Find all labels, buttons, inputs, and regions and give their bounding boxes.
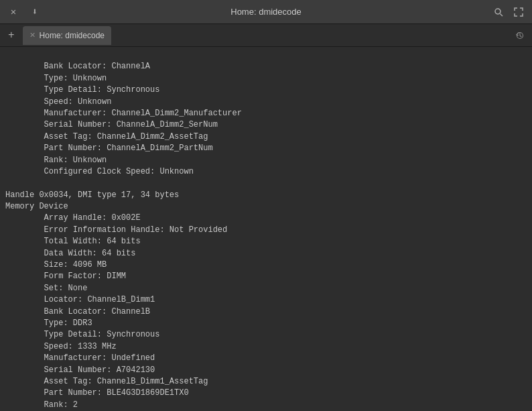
tabbar: + ✕ Home: dmidecode [0,24,532,47]
history-icon[interactable] [516,29,529,42]
tab-close-icon[interactable]: ✕ [29,31,36,40]
terminal-content: Bank Locator: ChannelA Type: Unknown Typ… [0,47,532,411]
close-icon[interactable]: ✕ [7,5,20,19]
svg-point-0 [495,9,501,14]
titlebar: ✕ ⬇ Home: dmidecode [0,0,532,24]
expand-icon[interactable] [512,5,525,19]
titlebar-left: ✕ ⬇ [7,5,42,19]
tab-label: Home: dmidecode [40,31,105,40]
search-icon[interactable] [492,5,505,19]
tab-home[interactable]: ✕ Home: dmidecode [23,26,111,45]
titlebar-right [492,5,525,19]
tabbar-right [516,29,529,42]
add-tab-button[interactable]: + [3,30,20,42]
titlebar-title: Home: dmidecode [230,7,302,17]
download-icon[interactable]: ⬇ [28,5,42,19]
terminal-text: Bank Locator: ChannelA Type: Unknown Typ… [5,62,242,411]
svg-line-1 [501,13,503,16]
